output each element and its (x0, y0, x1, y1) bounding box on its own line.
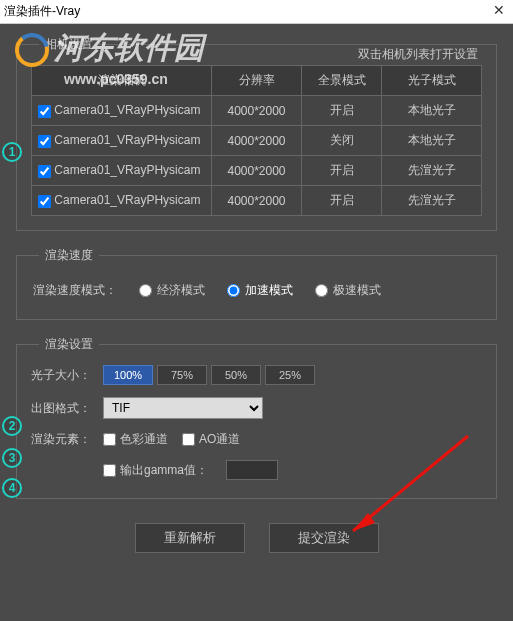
table-row[interactable]: Camera01_VRayPHysicam4000*2000开启先渲光子 (32, 156, 482, 186)
format-label: 出图格式： (31, 400, 103, 417)
badge-1: 1 (2, 142, 22, 162)
speed-title: 渲染速度 (39, 247, 99, 264)
th-camera: 渲染相机 (32, 66, 212, 96)
camera-hint: 双击相机列表打开设置 (354, 46, 482, 63)
gamma-checkbox[interactable]: 输出gamma值： (103, 462, 208, 479)
title-bar: 渲染插件-Vray ✕ (0, 0, 513, 24)
camera-settings-group: 相机设置 双击相机列表打开设置 渲染相机 分辨率 全景模式 光子模式 Camer… (16, 36, 497, 231)
table-row[interactable]: Camera01_VRayPHysicam4000*2000关闭本地光子 (32, 126, 482, 156)
th-pano: 全景模式 (302, 66, 382, 96)
submit-button[interactable]: 提交渲染 (269, 523, 379, 553)
window-title: 渲染插件-Vray (4, 3, 80, 20)
photon-size-100[interactable]: 100% (103, 365, 153, 385)
speed-group: 渲染速度 渲染速度模式： 经济模式 加速模式 极速模式 (16, 247, 497, 320)
ao-channel-checkbox[interactable]: AO通道 (182, 431, 240, 448)
th-photon: 光子模式 (382, 66, 482, 96)
badge-2: 2 (2, 416, 22, 436)
table-row[interactable]: Camera01_VRayPHysicam4000*2000开启本地光子 (32, 96, 482, 126)
photon-size-50[interactable]: 50% (211, 365, 261, 385)
row-checkbox[interactable] (38, 195, 51, 208)
speed-option-accel[interactable]: 加速模式 (227, 282, 293, 299)
elements-label: 渲染元素： (31, 431, 103, 448)
color-channel-checkbox[interactable]: 色彩通道 (103, 431, 168, 448)
close-icon[interactable]: ✕ (493, 2, 505, 18)
table-row[interactable]: Camera01_VRayPHysicam4000*2000开启先渲光子 (32, 186, 482, 216)
speed-option-extreme[interactable]: 极速模式 (315, 282, 381, 299)
photon-size-75[interactable]: 75% (157, 365, 207, 385)
gamma-input[interactable] (226, 460, 278, 480)
camera-settings-title: 相机设置 (39, 36, 99, 53)
badge-4: 4 (2, 478, 22, 498)
format-select[interactable]: TIF (103, 397, 263, 419)
speed-label: 渲染速度模式： (33, 282, 117, 299)
photon-size-label: 光子大小： (31, 367, 103, 384)
th-res: 分辨率 (212, 66, 302, 96)
row-checkbox[interactable] (38, 135, 51, 148)
main-content: 1 2 3 4 相机设置 双击相机列表打开设置 渲染相机 分辨率 全景模式 光子… (0, 24, 513, 621)
reparse-button[interactable]: 重新解析 (135, 523, 245, 553)
camera-table[interactable]: 渲染相机 分辨率 全景模式 光子模式 Camera01_VRayPHysicam… (31, 65, 482, 216)
badge-3: 3 (2, 448, 22, 468)
photon-size-25[interactable]: 25% (265, 365, 315, 385)
render-settings-group: 渲染设置 光子大小： 100%75%50%25% 出图格式： TIF 渲染元素：… (16, 336, 497, 499)
render-settings-title: 渲染设置 (39, 336, 99, 353)
speed-option-economy[interactable]: 经济模式 (139, 282, 205, 299)
row-checkbox[interactable] (38, 165, 51, 178)
row-checkbox[interactable] (38, 105, 51, 118)
